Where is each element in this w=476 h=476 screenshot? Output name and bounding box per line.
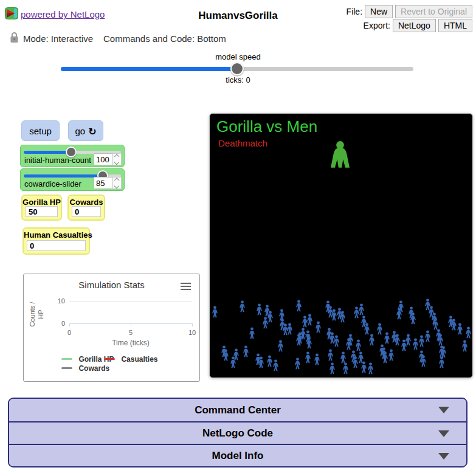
human-figure: [248, 327, 256, 339]
netlogo-code-header[interactable]: NetLogo Code: [9, 421, 466, 444]
accordion-label: Model Info: [212, 450, 264, 462]
bottom-accordions: Command Center NetLogo Code Model Info: [8, 398, 467, 467]
human-figure: [306, 314, 314, 326]
slider-fill: [24, 174, 103, 178]
human-figure: [345, 338, 353, 350]
x-tick-mark: [69, 323, 70, 326]
monitor-value: 0: [27, 240, 86, 251]
human-figure: [286, 323, 294, 335]
simulation-stats-chart: Simulation Stats Counts / HP 10 0 0 5 10…: [23, 274, 200, 382]
human-figure: [295, 300, 303, 312]
human-figure: [339, 311, 347, 323]
accordion-label: Command Center: [195, 404, 281, 416]
setup-button[interactable]: setup: [21, 120, 60, 141]
model-speed-fill: [61, 67, 237, 71]
human-figure: [461, 340, 469, 352]
spinner-up-icon[interactable]: [114, 178, 119, 183]
human-figure: [456, 323, 464, 335]
model-speed-slider[interactable]: [61, 67, 413, 71]
chart-menu-icon[interactable]: [181, 283, 191, 292]
human-figure: [305, 337, 313, 349]
slider-fill: [24, 151, 71, 154]
file-revert-button[interactable]: Revert to Original: [395, 5, 472, 18]
spinner-up-icon[interactable]: [114, 154, 119, 159]
lock-icon: [10, 32, 19, 46]
legend-item-cowards[interactable]: Cowards: [61, 362, 109, 373]
human-figure: [314, 321, 322, 333]
legend-label: Cowards: [78, 364, 109, 373]
netlogo-web-app: powered by NetLogo HumanvsGorilla File: …: [0, 0, 476, 476]
monitor-label: Human Casualties: [24, 230, 89, 240]
human-figure: [295, 334, 303, 346]
export-label: Export:: [364, 21, 390, 30]
human-figure: [438, 356, 446, 368]
monitor-label: Gorilla HP: [22, 198, 61, 207]
x-axis-title: Time (ticks): [69, 339, 192, 347]
chevron-down-icon: [438, 453, 449, 460]
mode-indicator: Mode: Interactive: [23, 33, 93, 44]
human-figure: [242, 345, 250, 357]
spinner-down-icon[interactable]: [114, 183, 119, 188]
export-toolbar: Export: NetLogo HTML: [364, 19, 472, 32]
human-figure: [400, 339, 408, 351]
world-view-canvas[interactable]: Gorilla vs Men Deathmatch: [209, 113, 473, 378]
slider-value-input[interactable]: [94, 153, 112, 165]
human-figure: [368, 334, 376, 346]
slider-label: initial-human-count: [24, 156, 91, 165]
human-figure: [238, 300, 246, 312]
monitor-value: 50: [26, 206, 58, 217]
command-center-header[interactable]: Command Center: [9, 399, 466, 421]
human-figure: [232, 348, 240, 360]
model-speed-label: model speed: [0, 52, 476, 61]
human-figure: [277, 340, 285, 352]
chevron-down-icon: [438, 407, 449, 413]
human-figure: [211, 306, 219, 318]
legend-line: [61, 358, 72, 360]
monitor-cowards: Cowards 0: [67, 195, 105, 221]
go-button-label: go: [75, 126, 85, 136]
y-tick-label: 10: [48, 297, 65, 305]
chart-title: Simulation Stats: [24, 280, 199, 290]
legend-label: Casualties: [121, 355, 157, 364]
human-figure: [257, 356, 265, 368]
human-figure: [255, 303, 263, 316]
y-axis-title: Counts / HP: [28, 300, 47, 328]
spinner-down-icon[interactable]: [114, 159, 119, 164]
file-toolbar: File: New Revert to Original: [347, 5, 472, 18]
spinner-buttons[interactable]: [112, 177, 122, 189]
model-speed-thumb[interactable]: [230, 62, 244, 75]
file-new-button[interactable]: New: [365, 5, 393, 18]
model-info-header[interactable]: Model Info: [9, 444, 466, 466]
export-html-button[interactable]: HTML: [438, 19, 472, 32]
forever-icon: ↻: [88, 127, 96, 137]
legend-item-casualties[interactable]: Casualties: [104, 353, 157, 364]
slider-initial-human-count: initial-human-count: [20, 145, 125, 167]
chevron-down-icon: [438, 430, 449, 437]
monitor-human-casualties: Human Casualties 0: [22, 227, 90, 255]
view-subtitle: Deathmatch: [218, 138, 267, 148]
x-tick-label: 0: [63, 329, 75, 336]
spinner-buttons[interactable]: [112, 153, 122, 165]
monitor-label: Cowards: [69, 198, 104, 207]
go-button[interactable]: go ↻: [68, 120, 103, 141]
slider-cowardice: cowardice-slider: [20, 168, 125, 191]
human-figure: [339, 351, 347, 364]
x-tick-label: 10: [186, 329, 198, 336]
human-figure: [272, 359, 280, 371]
human-figure: [440, 346, 447, 358]
legend-line: [104, 358, 115, 360]
human-figure: [333, 335, 340, 347]
slider-value-input[interactable]: [94, 177, 112, 189]
commands-position-indicator: Commands and Code: Bottom: [103, 33, 226, 44]
human-figure: [294, 357, 302, 370]
legend-line: [61, 367, 72, 369]
gorilla-figure: [326, 140, 354, 169]
ticks-counter: ticks: 0: [0, 75, 476, 85]
y-tick-label: 0: [48, 320, 65, 327]
human-figure: [387, 349, 395, 361]
human-figure: [363, 323, 371, 335]
human-figure: [419, 355, 427, 367]
export-netlogo-button[interactable]: NetLogo: [393, 19, 436, 32]
x-tick-mark: [131, 323, 131, 326]
setup-button-label: setup: [29, 126, 52, 136]
